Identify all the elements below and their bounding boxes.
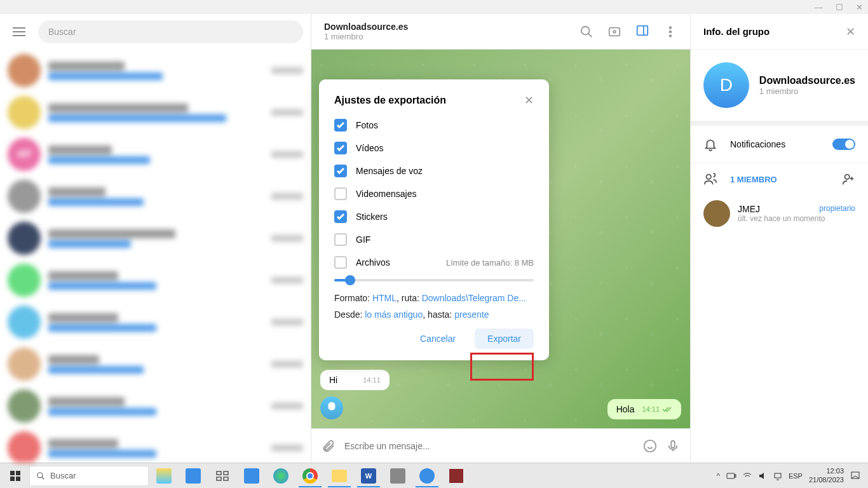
svg-point-4 (670, 27, 672, 29)
svg-point-2 (613, 30, 616, 33)
format-row: Formato: HTML, ruta: Downloads\Telegram … (334, 293, 534, 303)
message-time: 14:11 (363, 376, 381, 384)
call-icon[interactable] (607, 25, 621, 39)
window-maximize[interactable]: ☐ (836, 3, 843, 12)
svg-point-7 (644, 440, 656, 451)
group-info-panel: Info. del grupo ✕ D Downloadsource.es 1 … (690, 14, 868, 463)
message-input[interactable] (344, 441, 634, 451)
tray-language[interactable]: ESP (789, 472, 803, 480)
label-videos: Vídeos (356, 143, 384, 153)
member-name: JMEJ (738, 204, 760, 214)
incoming-message[interactable]: Hi 14:11 (320, 370, 390, 390)
search-icon (36, 471, 45, 480)
checkbox-gif[interactable] (334, 233, 347, 246)
message-text: Hi (329, 375, 337, 385)
window-minimize[interactable]: — (815, 3, 823, 12)
checkbox-videos[interactable] (334, 142, 347, 154)
taskbar-search[interactable]: Buscar (29, 466, 149, 486)
sidebar-toggle-icon[interactable] (635, 24, 649, 37)
svg-rect-22 (775, 473, 781, 478)
battery-icon[interactable] (726, 471, 736, 480)
add-member-icon[interactable] (841, 172, 855, 186)
notifications-tray-icon[interactable] (850, 471, 860, 481)
wifi-icon[interactable] (743, 471, 752, 480)
svg-rect-16 (217, 471, 221, 475)
cancel-button[interactable]: Cancelar (411, 329, 465, 349)
group-avatar[interactable]: D (703, 62, 749, 108)
taskbar-app-4[interactable] (442, 464, 470, 487)
checkbox-voz[interactable] (334, 165, 347, 177)
taskbar-edge[interactable] (267, 464, 295, 487)
sender-avatar[interactable] (320, 396, 343, 419)
window-titlebar: — ☐ ✕ (0, 0, 868, 14)
more-icon[interactable] (663, 25, 677, 39)
svg-point-6 (670, 35, 672, 37)
network-icon[interactable] (773, 471, 782, 480)
read-checkmarks-icon (662, 406, 672, 412)
task-view-icon[interactable] (208, 464, 236, 487)
from-link[interactable]: lo más antiguo (365, 309, 423, 320)
svg-rect-13 (10, 477, 15, 481)
chat-header: Downloadsource.es 1 miembro (311, 14, 690, 50)
to-link[interactable]: presente (454, 309, 489, 320)
export-button[interactable]: Exportar (475, 329, 534, 349)
member-status: últ. vez hace un momento (738, 214, 855, 223)
outgoing-message[interactable]: Hola 14:11 (607, 399, 681, 419)
member-avatar (703, 200, 730, 227)
svg-rect-12 (16, 471, 20, 475)
label-videomsg: Videomensajes (356, 189, 416, 199)
tray-chevron-icon[interactable]: ^ (717, 472, 720, 480)
size-limit-label: Límite de tamaño: 8 MB (446, 258, 534, 268)
modal-close-button[interactable]: ✕ (524, 93, 534, 107)
taskbar-app-3[interactable] (384, 464, 412, 487)
label-gif: GIF (356, 234, 370, 245)
taskbar-telegram[interactable] (413, 464, 441, 487)
format-link[interactable]: HTML (372, 293, 397, 303)
group-name: Downloadsource.es (759, 75, 855, 86)
svg-point-10 (845, 175, 850, 179)
tray-clock[interactable]: 12:03 21/08/2023 (809, 467, 844, 484)
message-input-bar (311, 428, 690, 463)
member-row[interactable]: JMEJ propietario últ. vez hace un moment… (691, 195, 868, 232)
system-tray[interactable]: ^ ESP 12:03 21/08/2023 (717, 467, 865, 484)
svg-rect-20 (727, 473, 735, 478)
checkbox-fotos[interactable] (334, 119, 347, 132)
checkbox-stickers[interactable] (334, 210, 347, 223)
checkbox-videomsg[interactable] (334, 187, 347, 200)
taskbar-app-2[interactable] (179, 464, 207, 487)
voice-icon[interactable] (666, 439, 680, 453)
close-info-button[interactable]: ✕ (846, 25, 855, 39)
svg-rect-3 (637, 25, 648, 35)
message-text: Hola (616, 404, 635, 414)
svg-rect-1 (609, 27, 620, 36)
label-fotos: Fotos (356, 120, 378, 130)
menu-button[interactable] (8, 20, 31, 43)
notifications-row[interactable]: Notificaciones (691, 126, 868, 163)
start-button[interactable] (3, 464, 28, 487)
taskbar-chrome[interactable] (296, 464, 324, 487)
svg-rect-11 (10, 471, 15, 475)
svg-rect-8 (671, 440, 675, 447)
window-close[interactable]: ✕ (856, 3, 863, 12)
attach-icon[interactable] (322, 439, 336, 453)
checkbox-archivos[interactable] (334, 256, 347, 269)
taskbar-store[interactable] (238, 464, 266, 487)
path-link[interactable]: Downloads\Telegram De... (422, 293, 526, 303)
taskbar-word[interactable]: W (355, 464, 383, 487)
taskbar-explorer[interactable] (325, 464, 353, 487)
volume-icon[interactable] (758, 471, 767, 480)
modal-title: Ajustes de exportación (334, 95, 446, 106)
search-placeholder: Buscar (48, 27, 76, 37)
svg-point-15 (37, 472, 43, 477)
notifications-toggle[interactable] (832, 139, 855, 150)
notifications-label: Notificaciones (730, 139, 785, 149)
size-slider[interactable] (334, 279, 534, 281)
search-icon[interactable] (580, 25, 593, 39)
label-voz: Mensajes de voz (356, 166, 423, 176)
emoji-icon[interactable] (643, 439, 657, 453)
taskbar-app-1[interactable] (150, 464, 178, 487)
search-input[interactable]: Buscar (38, 20, 303, 43)
chat-list[interactable]: AP PM (0, 50, 311, 463)
hamburger-icon (13, 27, 25, 36)
slider-thumb[interactable] (345, 275, 355, 285)
